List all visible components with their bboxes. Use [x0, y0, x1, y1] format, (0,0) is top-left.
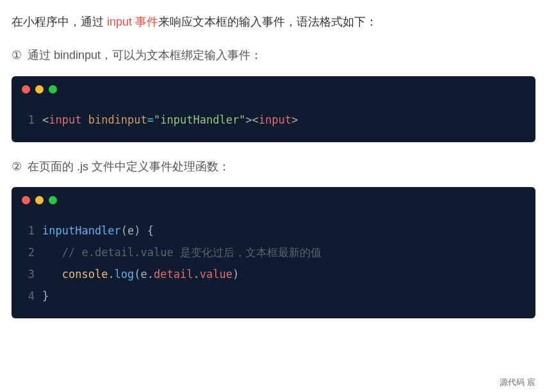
line-number: 1	[22, 109, 35, 131]
intro-paragraph: 在小程序中，通过 input 事件来响应文本框的输入事件，语法格式如下：	[12, 12, 535, 32]
intro-highlight: input 事件	[107, 15, 158, 28]
code-text: }	[42, 285, 49, 307]
step-1-heading: ① 通过 bindinput，可以为文本框绑定输入事件：	[12, 45, 535, 65]
code-block-1: 1<input bindinput="inputHandler"><input>	[12, 76, 535, 142]
line-number: 4	[22, 285, 35, 307]
step-2-heading: ② 在页面的 .js 文件中定义事件处理函数：	[12, 156, 535, 177]
step-1-text: 通过 bindinput，可以为文本框绑定输入事件：	[24, 49, 262, 61]
intro-pre: 在小程序中，通过	[12, 15, 107, 28]
code-1-content: 1<input bindinput="inputHandler"><input>	[12, 100, 535, 131]
code-2-content: 1inputHandler(e) {2 // e.detail.value 是变…	[12, 211, 535, 307]
line-number: 1	[22, 220, 35, 241]
line-number: 3	[22, 263, 35, 285]
close-icon	[22, 196, 30, 204]
intro-post: 来响应文本框的输入事件，语法格式如下：	[158, 15, 377, 28]
step-1-number: ①	[12, 45, 22, 65]
code-text: <input bindinput="inputHandler"><input>	[42, 109, 298, 131]
code-line: 1<input bindinput="inputHandler"><input>	[12, 109, 535, 131]
step-2-text: 在页面的 .js 文件中定义事件处理函数：	[24, 160, 230, 173]
code-line: 3 console.log(e.detail.value)	[12, 263, 535, 285]
code-line: 4}	[12, 285, 535, 307]
traffic-lights	[12, 187, 535, 211]
traffic-lights	[12, 76, 535, 100]
code-text: console.log(e.detail.value)	[42, 263, 239, 285]
code-line: 2 // e.detail.value 是变化过后，文本框最新的值	[12, 241, 535, 263]
code-line: 1inputHandler(e) {	[12, 220, 535, 241]
minimize-icon	[35, 85, 44, 94]
maximize-icon	[49, 196, 57, 204]
minimize-icon	[35, 196, 44, 204]
code-text: inputHandler(e) {	[42, 220, 154, 241]
close-icon	[22, 85, 30, 94]
footer-credit: 源代码 宸	[500, 377, 535, 388]
maximize-icon	[49, 85, 57, 94]
code-text: // e.detail.value 是变化过后，文本框最新的值	[42, 241, 322, 263]
line-number: 2	[22, 241, 35, 263]
step-2-number: ②	[12, 156, 22, 177]
code-block-2: 1inputHandler(e) {2 // e.detail.value 是变…	[12, 187, 535, 318]
